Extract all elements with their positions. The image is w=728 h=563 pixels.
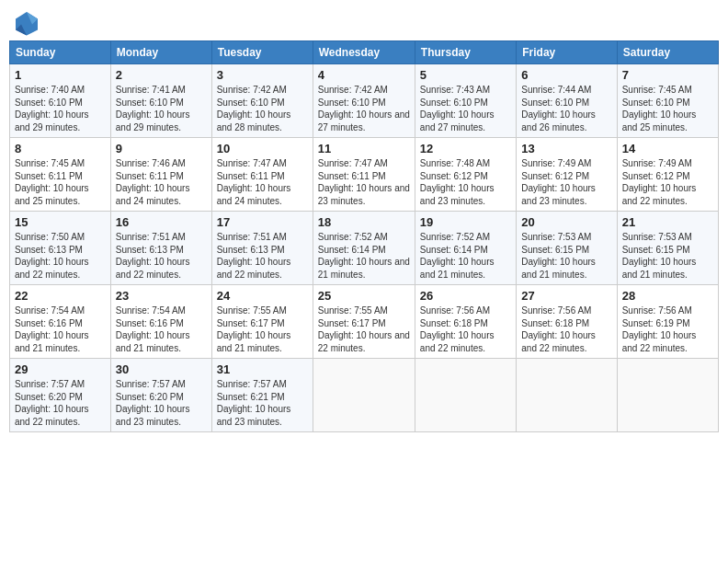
calendar-header-row: SundayMondayTuesdayWednesdayThursdayFrid… [10,41,719,64]
day-number: 30 [116,362,207,376]
calendar-cell: 31Sunrise: 7:57 AMSunset: 6:21 PMDayligh… [211,359,313,432]
calendar-week-row: 15Sunrise: 7:50 AMSunset: 6:13 PMDayligh… [10,212,719,285]
day-number: 1 [15,68,106,82]
day-info: Sunrise: 7:50 AMSunset: 6:13 PMDaylight:… [15,231,106,281]
day-number: 3 [217,68,308,82]
day-info: Sunrise: 7:51 AMSunset: 6:13 PMDaylight:… [116,231,207,281]
calendar-day-header: Friday [517,41,617,64]
day-info: Sunrise: 7:42 AMSunset: 6:10 PMDaylight:… [318,84,410,133]
calendar-week-row: 1Sunrise: 7:40 AMSunset: 6:10 PMDaylight… [10,64,719,138]
day-number: 16 [116,215,207,229]
calendar-cell: 25Sunrise: 7:55 AMSunset: 6:17 PMDayligh… [313,285,415,359]
calendar-cell: 30Sunrise: 7:57 AMSunset: 6:20 PMDayligh… [110,359,211,432]
day-number: 15 [15,215,106,229]
calendar-cell: 9Sunrise: 7:46 AMSunset: 6:11 PMDaylight… [110,138,211,212]
day-number: 20 [521,215,611,229]
day-info: Sunrise: 7:47 AMSunset: 6:11 PMDaylight:… [318,157,410,207]
calendar-week-row: 22Sunrise: 7:54 AMSunset: 6:16 PMDayligh… [10,285,719,359]
calendar-cell: 8Sunrise: 7:45 AMSunset: 6:11 PMDaylight… [10,138,111,212]
day-info: Sunrise: 7:53 AMSunset: 6:15 PMDaylight:… [521,231,611,281]
calendar-cell: 17Sunrise: 7:51 AMSunset: 6:13 PMDayligh… [211,212,313,285]
day-info: Sunrise: 7:41 AMSunset: 6:10 PMDaylight:… [116,84,207,133]
calendar-cell: 6Sunrise: 7:44 AMSunset: 6:10 PMDaylight… [517,64,617,138]
day-number: 13 [521,142,611,155]
day-info: Sunrise: 7:52 AMSunset: 6:14 PMDaylight:… [318,231,410,281]
calendar-cell [415,359,516,432]
day-info: Sunrise: 7:49 AMSunset: 6:12 PMDaylight:… [521,157,611,207]
day-number: 18 [318,215,410,229]
day-number: 4 [318,68,410,82]
calendar-table: SundayMondayTuesdayWednesdayThursdayFrid… [9,40,719,432]
day-number: 25 [318,289,410,303]
calendar-cell: 2Sunrise: 7:41 AMSunset: 6:10 PMDaylight… [110,64,211,138]
day-info: Sunrise: 7:56 AMSunset: 6:18 PMDaylight:… [521,304,611,354]
calendar-cell: 14Sunrise: 7:49 AMSunset: 6:12 PMDayligh… [617,138,718,212]
day-info: Sunrise: 7:47 AMSunset: 6:11 PMDaylight:… [217,157,308,207]
day-info: Sunrise: 7:49 AMSunset: 6:12 PMDaylight:… [622,157,713,207]
logo-icon [13,9,40,37]
calendar-day-header: Monday [110,41,211,64]
day-number: 9 [116,142,207,155]
calendar-cell [313,359,415,432]
day-info: Sunrise: 7:53 AMSunset: 6:15 PMDaylight:… [622,231,713,281]
day-info: Sunrise: 7:57 AMSunset: 6:21 PMDaylight:… [217,378,308,428]
day-number: 31 [217,362,308,376]
day-number: 24 [217,289,308,303]
day-number: 29 [15,362,106,376]
calendar-cell: 21Sunrise: 7:53 AMSunset: 6:15 PMDayligh… [617,212,718,285]
day-number: 5 [420,68,511,82]
day-number: 21 [622,215,713,229]
calendar-cell: 29Sunrise: 7:57 AMSunset: 6:20 PMDayligh… [10,359,111,432]
calendar-cell: 11Sunrise: 7:47 AMSunset: 6:11 PMDayligh… [313,138,415,212]
calendar-body: 1Sunrise: 7:40 AMSunset: 6:10 PMDaylight… [10,64,719,432]
calendar-cell: 22Sunrise: 7:54 AMSunset: 6:16 PMDayligh… [10,285,111,359]
day-info: Sunrise: 7:43 AMSunset: 6:10 PMDaylight:… [420,84,511,133]
calendar-cell: 24Sunrise: 7:55 AMSunset: 6:17 PMDayligh… [211,285,313,359]
calendar-day-header: Thursday [415,41,516,64]
calendar-day-header: Tuesday [211,41,313,64]
calendar-cell: 27Sunrise: 7:56 AMSunset: 6:18 PMDayligh… [517,285,617,359]
day-info: Sunrise: 7:54 AMSunset: 6:16 PMDaylight:… [15,304,106,354]
calendar-cell: 18Sunrise: 7:52 AMSunset: 6:14 PMDayligh… [313,212,415,285]
calendar-cell: 5Sunrise: 7:43 AMSunset: 6:10 PMDaylight… [415,64,516,138]
day-info: Sunrise: 7:44 AMSunset: 6:10 PMDaylight:… [521,84,611,133]
calendar-cell: 3Sunrise: 7:42 AMSunset: 6:10 PMDaylight… [211,64,313,138]
day-number: 26 [420,289,511,303]
calendar-cell: 10Sunrise: 7:47 AMSunset: 6:11 PMDayligh… [211,138,313,212]
calendar-cell: 7Sunrise: 7:45 AMSunset: 6:10 PMDaylight… [617,64,718,138]
day-number: 2 [116,68,207,82]
day-info: Sunrise: 7:57 AMSunset: 6:20 PMDaylight:… [116,378,207,428]
calendar-week-row: 29Sunrise: 7:57 AMSunset: 6:20 PMDayligh… [10,359,719,432]
day-info: Sunrise: 7:48 AMSunset: 6:12 PMDaylight:… [420,157,511,207]
calendar-cell: 1Sunrise: 7:40 AMSunset: 6:10 PMDaylight… [10,64,111,138]
calendar-cell [517,359,617,432]
calendar-cell: 16Sunrise: 7:51 AMSunset: 6:13 PMDayligh… [110,212,211,285]
calendar-cell: 20Sunrise: 7:53 AMSunset: 6:15 PMDayligh… [517,212,617,285]
day-info: Sunrise: 7:46 AMSunset: 6:11 PMDaylight:… [116,157,207,207]
day-info: Sunrise: 7:45 AMSunset: 6:10 PMDaylight:… [622,84,713,133]
calendar-day-header: Sunday [10,41,111,64]
calendar-day-header: Saturday [617,41,718,64]
day-number: 6 [521,68,611,82]
calendar-cell: 23Sunrise: 7:54 AMSunset: 6:16 PMDayligh… [110,285,211,359]
day-info: Sunrise: 7:56 AMSunset: 6:18 PMDaylight:… [420,304,511,354]
day-info: Sunrise: 7:45 AMSunset: 6:11 PMDaylight:… [15,157,106,207]
day-info: Sunrise: 7:54 AMSunset: 6:16 PMDaylight:… [116,304,207,354]
day-number: 11 [318,142,410,155]
day-number: 27 [521,289,611,303]
day-info: Sunrise: 7:51 AMSunset: 6:13 PMDaylight:… [217,231,308,281]
calendar-week-row: 8Sunrise: 7:45 AMSunset: 6:11 PMDaylight… [10,138,719,212]
day-info: Sunrise: 7:40 AMSunset: 6:10 PMDaylight:… [15,84,106,133]
day-info: Sunrise: 7:57 AMSunset: 6:20 PMDaylight:… [15,378,106,428]
day-number: 8 [15,142,106,155]
day-info: Sunrise: 7:55 AMSunset: 6:17 PMDaylight:… [217,304,308,354]
calendar-day-header: Wednesday [313,41,415,64]
day-number: 22 [15,289,106,303]
day-number: 19 [420,215,511,229]
calendar-cell: 28Sunrise: 7:56 AMSunset: 6:19 PMDayligh… [617,285,718,359]
calendar-cell [617,359,718,432]
day-number: 7 [622,68,713,82]
day-number: 28 [622,289,713,303]
day-info: Sunrise: 7:56 AMSunset: 6:19 PMDaylight:… [622,304,713,354]
logo [13,9,42,37]
